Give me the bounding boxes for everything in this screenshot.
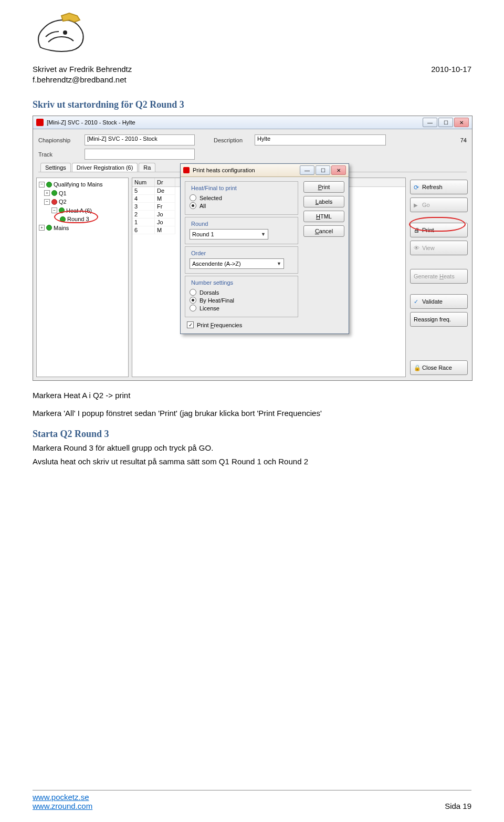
generate-heats-button[interactable]: Generate Heats xyxy=(410,269,468,284)
radio-all[interactable] xyxy=(190,202,196,209)
heat-tree[interactable]: −Qualifying to Mains +Q1 −Q2 −Heat A (6)… xyxy=(36,178,129,377)
tree-mains[interactable]: Mains xyxy=(54,224,69,233)
footer-link-2[interactable]: www.zround.com xyxy=(33,802,92,810)
dialog-minimize[interactable]: — xyxy=(300,165,314,175)
logo-image xyxy=(33,11,471,58)
paragraph-1: Markera Heat A i Q2 -> print xyxy=(33,390,471,401)
dialog-print-button[interactable]: Print xyxy=(303,181,344,193)
dialog-title: Print heats configuration xyxy=(193,167,255,173)
radio-all-label: All xyxy=(200,203,206,209)
dialog-cancel-button[interactable]: Cancel xyxy=(303,225,344,237)
paragraph-2: Markera 'All' I popup fönstret sedan 'Pr… xyxy=(33,408,471,419)
dialog-icon xyxy=(183,167,190,173)
legend-round: Round xyxy=(190,221,209,227)
radio-selected[interactable] xyxy=(190,194,196,201)
col-num: Num xyxy=(132,178,155,186)
chapionship-field[interactable]: [Mini-Z] SVC - 2010 - Stock xyxy=(85,134,195,145)
section-title-2: Starta Q2 Round 3 xyxy=(33,429,471,440)
minimize-button[interactable]: — xyxy=(423,118,437,127)
close-race-button[interactable]: Close Race xyxy=(410,360,468,375)
tree-qualifying[interactable]: Qualifying to Mains xyxy=(54,180,103,189)
radio-license-label: License xyxy=(200,305,219,311)
view-button[interactable]: View xyxy=(410,241,468,255)
section-title-1: Skriv ut startordning för Q2 Round 3 xyxy=(33,99,471,110)
go-icon xyxy=(414,202,420,208)
go-button[interactable]: Go xyxy=(410,197,468,212)
lock-icon xyxy=(414,365,420,371)
print-icon xyxy=(414,227,420,233)
refresh-button[interactable]: Refresh xyxy=(410,180,468,194)
validate-button[interactable]: Validate xyxy=(410,294,468,309)
dialog-maximize[interactable]: ☐ xyxy=(316,165,330,175)
print-heats-dialog: Print heats configuration — ☐ ✕ Heat/Fin… xyxy=(180,163,349,334)
reassign-freq-button[interactable]: Reassign freq. xyxy=(410,312,468,327)
description-field[interactable]: Hylte xyxy=(255,134,386,145)
svg-point-0 xyxy=(64,31,67,34)
author-line: Skrivet av Fredrik Behrendtz xyxy=(33,64,132,75)
radio-by-heat-label: By Heat/Final xyxy=(200,297,234,304)
print-button[interactable]: Print xyxy=(410,223,468,237)
dialog-titlebar: Print heats configuration — ☐ ✕ xyxy=(181,164,349,177)
view-icon xyxy=(414,245,420,251)
screenshot-app: [Mini-Z] SVC - 2010 - Stock - Hylte — ☐ … xyxy=(33,116,471,381)
chapionship-label: Chapionship xyxy=(38,137,80,143)
window-title: [Mini-Z] SVC - 2010 - Stock - Hylte xyxy=(47,119,135,126)
legend-heat-final: Heat/Final to print xyxy=(190,185,238,191)
tree-q2[interactable]: Q2 xyxy=(59,197,67,206)
maximize-button[interactable]: ☐ xyxy=(438,118,453,127)
tree-q1[interactable]: Q1 xyxy=(59,189,67,198)
id-value: 74 xyxy=(460,137,467,143)
radio-selected-label: Selected xyxy=(200,195,222,201)
radio-dorsals-label: Dorsals xyxy=(200,289,219,296)
chevron-down-icon: ▼ xyxy=(277,261,281,266)
paragraph-4: Avsluta heat och skriv ut resultat på sa… xyxy=(33,456,471,467)
window-titlebar: [Mini-Z] SVC - 2010 - Stock - Hylte — ☐ … xyxy=(33,116,472,129)
dialog-labels-button[interactable]: Labels xyxy=(303,196,344,207)
tab-driver-registration[interactable]: Driver Registration (6) xyxy=(72,163,138,172)
description-label: Description xyxy=(214,137,250,143)
radio-by-heat[interactable] xyxy=(190,297,196,304)
tab-ra[interactable]: Ra xyxy=(139,163,155,172)
legend-number: Number settings xyxy=(190,279,235,286)
refresh-icon xyxy=(414,184,420,190)
checkbox-print-frequencies[interactable] xyxy=(187,321,194,328)
check-icon xyxy=(414,298,420,305)
round-combo[interactable]: Round 1▼ xyxy=(190,229,268,240)
paragraph-3: Markera Round 3 för aktuell grupp och tr… xyxy=(33,443,471,453)
tree-heat-a[interactable]: Heat A (6) xyxy=(66,206,92,215)
tree-round3[interactable]: Round 3 xyxy=(67,215,89,224)
radio-license[interactable] xyxy=(190,305,196,311)
track-label: Track xyxy=(38,151,80,158)
dialog-html-button[interactable]: HTML xyxy=(303,211,344,222)
dialog-close[interactable]: ✕ xyxy=(331,165,346,175)
order-combo[interactable]: Ascendente (A->Z)▼ xyxy=(190,258,284,269)
header-date: 2010-10-17 xyxy=(431,64,471,85)
tab-settings[interactable]: Settings xyxy=(40,163,71,172)
track-field[interactable] xyxy=(85,149,195,160)
print-frequencies-label: Print Frequencies xyxy=(197,322,242,328)
page-number: Sida 19 xyxy=(445,802,471,810)
close-button[interactable]: ✕ xyxy=(454,118,469,127)
chevron-down-icon: ▼ xyxy=(261,232,266,237)
author-email: f.behrendtz@bredband.net xyxy=(33,75,132,85)
radio-dorsals[interactable] xyxy=(190,289,196,296)
col-dr: Dr xyxy=(155,178,175,186)
legend-order: Order xyxy=(190,250,207,256)
app-icon xyxy=(36,119,44,126)
footer-link-1[interactable]: www.pocketz.se xyxy=(33,793,89,802)
